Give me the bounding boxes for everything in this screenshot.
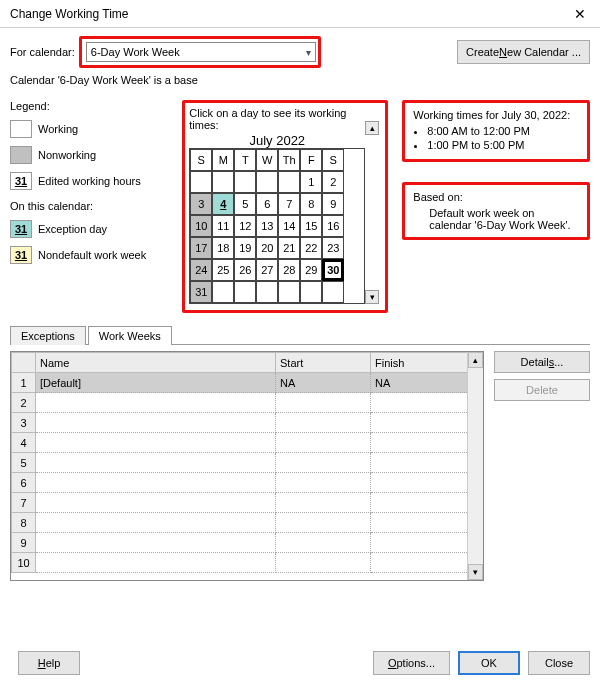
- cell-name[interactable]: [36, 433, 276, 453]
- table-row[interactable]: 6: [12, 473, 483, 493]
- table-row[interactable]: 5: [12, 453, 483, 473]
- col-header-name[interactable]: Name: [36, 353, 276, 373]
- calendar-day[interactable]: 16: [322, 215, 344, 237]
- row-number[interactable]: 6: [12, 473, 36, 493]
- row-number[interactable]: 10: [12, 553, 36, 573]
- calendar-day[interactable]: 27: [256, 259, 278, 281]
- details-button[interactable]: Details...: [494, 351, 590, 373]
- cell-start[interactable]: [276, 533, 371, 553]
- cell-name[interactable]: [36, 393, 276, 413]
- options-button[interactable]: Options...: [373, 651, 450, 675]
- row-number[interactable]: 5: [12, 453, 36, 473]
- cell-name[interactable]: [36, 453, 276, 473]
- cell-finish[interactable]: [371, 473, 483, 493]
- cell-name[interactable]: [Default]: [36, 373, 276, 393]
- calendar-day[interactable]: 29: [300, 259, 322, 281]
- cell-finish[interactable]: [371, 553, 483, 573]
- table-row[interactable]: 2: [12, 393, 483, 413]
- calendar-day[interactable]: 5: [234, 193, 256, 215]
- cell-finish[interactable]: [371, 533, 483, 553]
- cell-finish[interactable]: [371, 433, 483, 453]
- cell-name[interactable]: [36, 513, 276, 533]
- col-header-finish[interactable]: Finish: [371, 353, 483, 373]
- cell-name[interactable]: [36, 413, 276, 433]
- cell-start[interactable]: [276, 393, 371, 413]
- cell-finish[interactable]: [371, 513, 483, 533]
- calendar-day[interactable]: 19: [234, 237, 256, 259]
- ok-button[interactable]: OK: [458, 651, 520, 675]
- calendar-day[interactable]: 14: [278, 215, 300, 237]
- cell-finish[interactable]: [371, 453, 483, 473]
- scroll-down-icon[interactable]: ▾: [468, 564, 483, 580]
- calendar-day[interactable]: 20: [256, 237, 278, 259]
- close-button[interactable]: Close: [528, 651, 590, 675]
- cell-start[interactable]: [276, 513, 371, 533]
- table-row[interactable]: 10: [12, 553, 483, 573]
- cell-start[interactable]: [276, 553, 371, 573]
- table-row[interactable]: 3: [12, 413, 483, 433]
- calendar-day[interactable]: 21: [278, 237, 300, 259]
- calendar-day[interactable]: 8: [300, 193, 322, 215]
- calendar-day[interactable]: 28: [278, 259, 300, 281]
- calendar-day[interactable]: 18: [212, 237, 234, 259]
- row-number[interactable]: 1: [12, 373, 36, 393]
- cell-finish[interactable]: [371, 413, 483, 433]
- row-number[interactable]: 3: [12, 413, 36, 433]
- calendar-day[interactable]: 9: [322, 193, 344, 215]
- calendar-day[interactable]: 4: [212, 193, 234, 215]
- calendar-day[interactable]: 31: [190, 281, 212, 303]
- tab-work-weeks[interactable]: Work Weeks: [88, 326, 172, 345]
- help-button[interactable]: Help: [18, 651, 80, 675]
- calendar-day[interactable]: 23: [322, 237, 344, 259]
- calendar-day[interactable]: 10: [190, 215, 212, 237]
- calendar-day[interactable]: 15: [300, 215, 322, 237]
- table-scrollbar[interactable]: ▴ ▾: [467, 352, 483, 580]
- cell-start[interactable]: [276, 433, 371, 453]
- cell-start[interactable]: NA: [276, 373, 371, 393]
- cell-start[interactable]: [276, 453, 371, 473]
- create-new-calendar-button[interactable]: Create New Calendar ...: [457, 40, 590, 64]
- calendar-day[interactable]: 24: [190, 259, 212, 281]
- calendar-day[interactable]: 17: [190, 237, 212, 259]
- calendar-day[interactable]: 2: [322, 171, 344, 193]
- table-row[interactable]: 1[Default]NANA: [12, 373, 483, 393]
- calendar-day[interactable]: 12: [234, 215, 256, 237]
- calendar-day[interactable]: 6: [256, 193, 278, 215]
- cell-start[interactable]: [276, 493, 371, 513]
- calendar-prev-button[interactable]: ▴: [365, 121, 379, 135]
- calendar-day[interactable]: 22: [300, 237, 322, 259]
- tabs: Exceptions Work Weeks: [10, 325, 590, 345]
- table-row[interactable]: 7: [12, 493, 483, 513]
- cell-name[interactable]: [36, 533, 276, 553]
- calendar-day[interactable]: 1: [300, 171, 322, 193]
- calendar-day[interactable]: 11: [212, 215, 234, 237]
- row-number[interactable]: 2: [12, 393, 36, 413]
- tab-exceptions[interactable]: Exceptions: [10, 326, 86, 345]
- calendar-day[interactable]: 13: [256, 215, 278, 237]
- close-icon[interactable]: ✕: [566, 4, 594, 24]
- cell-finish[interactable]: [371, 393, 483, 413]
- cell-name[interactable]: [36, 493, 276, 513]
- calendar-day[interactable]: 26: [234, 259, 256, 281]
- table-row[interactable]: 4: [12, 433, 483, 453]
- table-row[interactable]: 8: [12, 513, 483, 533]
- cell-finish[interactable]: [371, 493, 483, 513]
- calendar-day[interactable]: 30: [322, 259, 344, 281]
- row-number[interactable]: 4: [12, 433, 36, 453]
- calendar-day[interactable]: 3: [190, 193, 212, 215]
- row-number[interactable]: 8: [12, 513, 36, 533]
- cell-name[interactable]: [36, 473, 276, 493]
- cell-start[interactable]: [276, 473, 371, 493]
- calendar-day[interactable]: 7: [278, 193, 300, 215]
- calendar-select[interactable]: 6-Day Work Week ▾: [86, 42, 316, 62]
- row-number[interactable]: 7: [12, 493, 36, 513]
- row-number[interactable]: 9: [12, 533, 36, 553]
- table-row[interactable]: 9: [12, 533, 483, 553]
- col-header-start[interactable]: Start: [276, 353, 371, 373]
- calendar-next-button[interactable]: ▾: [365, 290, 379, 304]
- cell-name[interactable]: [36, 553, 276, 573]
- cell-finish[interactable]: NA: [371, 373, 483, 393]
- scroll-up-icon[interactable]: ▴: [468, 352, 483, 368]
- cell-start[interactable]: [276, 413, 371, 433]
- calendar-day[interactable]: 25: [212, 259, 234, 281]
